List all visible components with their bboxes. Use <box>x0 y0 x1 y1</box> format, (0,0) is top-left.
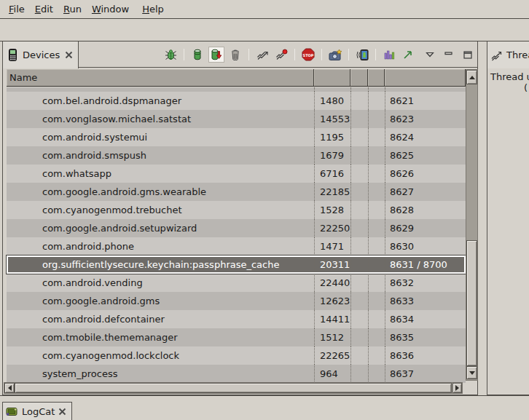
devices-tabbar: Devices STOP <box>3 41 477 68</box>
view-menu-icon[interactable] <box>422 47 438 63</box>
process-name: com.tmobile.thememanager <box>7 328 314 346</box>
devices-panel: Devices STOP Name com.bel.android.dspman… <box>2 41 478 395</box>
process-pid: 22440 <box>314 274 350 292</box>
cause-gc-icon[interactable] <box>227 47 243 63</box>
table-row[interactable]: com.vonglasow.michael.satstat145538623 <box>7 110 466 128</box>
logcat-icon <box>6 406 18 417</box>
method-profiling-icon[interactable] <box>273 47 289 63</box>
view-hierarchy-icon[interactable] <box>400 47 416 63</box>
debug-process-icon[interactable] <box>162 47 179 63</box>
process-port: 8635 <box>385 328 466 346</box>
process-name: org.sufficientlysecure.keychain:passphra… <box>8 257 314 272</box>
tab-logcat[interactable]: LogCat <box>2 402 72 420</box>
process-port: 8627 <box>385 183 466 201</box>
vscroll-thumb[interactable] <box>466 240 477 366</box>
table-row[interactable]: system_process9648637 <box>7 365 466 383</box>
update-threads-icon[interactable] <box>254 47 270 63</box>
table-row[interactable]: com.bel.android.dspmanager14808621 <box>7 92 466 110</box>
table-row[interactable]: com.cyanogenmod.lockclock222658636 <box>7 346 466 365</box>
close-icon[interactable] <box>58 408 66 416</box>
toolbar-separator <box>248 49 249 60</box>
table-row[interactable]: com.google.android.gms.wearable221858627 <box>7 183 466 201</box>
process-name: com.google.android.setupwizard <box>7 219 314 237</box>
column-header-name[interactable]: Name <box>7 69 314 86</box>
phone-icon <box>8 49 17 61</box>
table-header[interactable]: Name <box>7 69 466 87</box>
process-port: 8629 <box>385 219 466 237</box>
process-name: com.google.android.gms <box>7 292 314 310</box>
tab-devices[interactable]: Devices <box>3 41 79 68</box>
table-row[interactable]: com.tmobile.thememanager15128635 <box>7 328 466 346</box>
process-pid: 1195 <box>314 128 350 146</box>
screen-record-icon[interactable] <box>354 47 370 63</box>
table-row[interactable]: com.whatsapp67168626 <box>7 165 466 183</box>
column-header-c4[interactable] <box>368 69 385 86</box>
process-pid: 1471 <box>314 237 350 255</box>
toolbar-separator <box>321 49 322 60</box>
table-row[interactable]: com.google.android.gms126238633 <box>7 292 466 310</box>
scroll-up-button[interactable] <box>466 70 477 84</box>
process-pid: 964 <box>314 365 350 383</box>
stop-process-icon[interactable]: STOP <box>300 47 316 63</box>
table-row[interactable]: com.android.phone14718630 <box>7 237 466 255</box>
process-port: 8632 <box>385 274 466 292</box>
table-row[interactable]: com.android.defcontainer144118634 <box>7 310 466 328</box>
divider <box>0 395 529 396</box>
process-port: 8631 / 8700 <box>385 257 464 272</box>
process-name: com.whatsapp <box>7 165 314 183</box>
system-info-icon[interactable] <box>381 47 397 63</box>
vertical-scrollbar[interactable] <box>466 69 478 381</box>
menu-run[interactable]: Run <box>63 4 82 15</box>
threads-tabbar: Threa <box>487 41 529 68</box>
menu-help[interactable]: Help <box>141 4 165 15</box>
process-name: com.android.systemui <box>7 128 314 146</box>
table-row[interactable]: com.cyanogenmod.trebuchet15288628 <box>7 201 466 219</box>
process-pid: 22250 <box>314 219 350 237</box>
menubar: FileEditRunWindowHelp <box>0 0 529 19</box>
process-pid: 14411 <box>314 310 350 328</box>
table-row[interactable]: com.android.vending224408632 <box>7 274 466 292</box>
process-pid: 14553 <box>314 110 350 128</box>
update-heap-icon[interactable] <box>189 47 205 63</box>
threads-content: Thread up ( <box>487 69 529 93</box>
column-header-c3[interactable] <box>350 69 368 86</box>
threads-panel: Threa Thread up ( <box>487 41 529 395</box>
scroll-left-button[interactable] <box>4 383 15 393</box>
table-row[interactable]: com.android.smspush16798625 <box>7 146 466 165</box>
maximize-icon[interactable] <box>460 47 476 63</box>
scroll-down-button[interactable] <box>466 366 477 379</box>
minimize-icon[interactable] <box>441 47 457 63</box>
dump-hprof-icon[interactable] <box>208 47 224 63</box>
column-header-pid[interactable] <box>314 69 350 86</box>
process-pid: 1528 <box>314 201 350 219</box>
process-pid: 12623 <box>314 292 350 310</box>
threads-message-line1: Thread up <box>490 71 529 82</box>
ddms-window: FileEditRunWindowHelp Devices STOP Name … <box>0 0 529 420</box>
menu-window[interactable]: Window <box>91 4 130 15</box>
process-name: com.android.vending <box>7 274 314 292</box>
process-pid: 6716 <box>314 165 350 183</box>
table-row[interactable]: com.android.systemui11958624 <box>7 128 466 146</box>
column-header-port[interactable] <box>385 69 466 86</box>
tab-threads[interactable]: Threa <box>487 41 529 68</box>
toolbar-separator <box>375 49 376 60</box>
process-name: com.google.android.gms.wearable <box>7 183 314 201</box>
process-name: system_process <box>7 365 314 383</box>
table-row[interactable]: org.sufficientlysecure.keychain:passphra… <box>7 255 466 274</box>
process-name: com.android.phone <box>7 237 314 255</box>
scroll-right-button[interactable] <box>452 383 462 393</box>
hscroll-thumb[interactable] <box>15 383 452 393</box>
process-port: 8624 <box>385 128 466 146</box>
close-icon[interactable] <box>65 51 73 59</box>
menu-edit[interactable]: Edit <box>34 4 54 15</box>
horizontal-scrollbar[interactable] <box>4 382 463 394</box>
process-name: com.vonglasow.michael.satstat <box>7 110 314 128</box>
tab-logcat-label: LogCat <box>22 406 55 417</box>
table-row[interactable]: com.google.android.setupwizard222508629 <box>7 219 466 237</box>
process-port: 8628 <box>385 201 466 219</box>
process-name: com.cyanogenmod.lockclock <box>7 346 314 365</box>
process-pid: 1512 <box>314 328 350 346</box>
screen-capture-icon[interactable] <box>327 47 343 63</box>
menu-file[interactable]: File <box>8 4 26 15</box>
threads-icon <box>490 49 502 61</box>
